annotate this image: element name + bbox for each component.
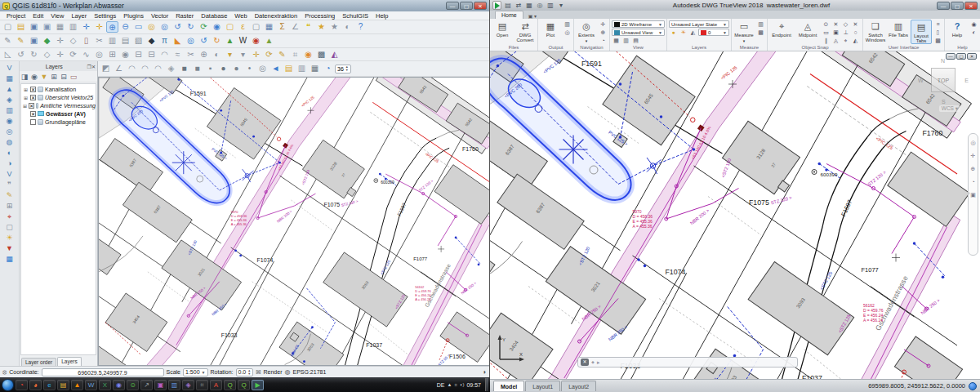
viewport-icon[interactable]: ▦ [612, 37, 621, 44]
internet-explorer[interactable]: e [43, 380, 56, 390]
viewcube-west[interactable]: W [918, 78, 924, 83]
rotate-point-symbols[interactable]: ◐ [211, 49, 223, 60]
layer-checkbox[interactable]: ✕ [30, 87, 36, 92]
layer-item[interactable]: Grundlagepläne [21, 118, 96, 126]
snap-quadrant[interactable]: ◇ [841, 20, 850, 28]
save-layer-edits[interactable]: ▣ [28, 35, 40, 47]
snap-center[interactable]: ⊙ [822, 20, 831, 28]
status-icon[interactable]: ⦻ [2, 368, 7, 376]
crs-value[interactable]: EPSG:21781 [292, 369, 326, 375]
node-tool[interactable]: ◇ [67, 35, 79, 47]
tab-layer-order[interactable]: Layer order [21, 358, 56, 366]
simplify-feature[interactable]: ∿ [80, 49, 92, 60]
buffer-size-spinbox[interactable]: 36▲▼ [335, 65, 351, 74]
snap-intersection[interactable]: ✕ [851, 20, 860, 28]
identify-features[interactable]: ◉ [211, 21, 223, 33]
close-button[interactable]: ✕ [474, 2, 487, 10]
tab-layout1[interactable]: Layout1 [525, 381, 560, 391]
trueview-map-svg[interactable] [490, 51, 980, 379]
terrain-tool[interactable]: ▲ [263, 35, 275, 47]
nav-showmotion[interactable]: ▣ [969, 191, 978, 199]
zoom-next[interactable]: ↻ [185, 21, 197, 33]
menu-schulgis[interactable]: SchulGIS [339, 12, 372, 20]
decorations[interactable]: ◭ [328, 49, 341, 60]
rotation-spinbox[interactable]: 0.0▲▼ [236, 368, 254, 376]
current-edits[interactable]: ✎ [2, 35, 14, 47]
delete-ring[interactable]: ⊟ [132, 49, 145, 60]
quick-measure-icon[interactable]: ▥ [756, 20, 765, 28]
dwg-trueview[interactable]: ▶ [252, 380, 264, 390]
collapse-all[interactable]: ⊟ [59, 72, 69, 82]
add-spatialite-layer[interactable]: ◉ [5, 116, 15, 126]
snap-perpendicular[interactable]: ⊥ [841, 29, 850, 36]
sun-shading[interactable]: ☀ [5, 233, 15, 243]
tab-model[interactable]: Model [493, 381, 524, 391]
dwin-restore[interactable]: ▢ [956, 53, 966, 60]
info-icon[interactable]: ◉ [969, 20, 978, 28]
qgis-instance-2[interactable]: Q [238, 380, 250, 390]
orbit-icon[interactable]: ◔ [599, 37, 608, 44]
trueview-titlebar[interactable]: ▤⇄▦◎▥▾ Autodesk DWG TrueView 2018 wastew… [490, 0, 980, 11]
add-delimited-layer[interactable]: ◈ [5, 95, 15, 105]
ribbon-options-icon[interactable]: ▣ ▾ [525, 13, 540, 19]
menu-help[interactable]: Help [372, 12, 391, 20]
field-calculator[interactable]: Σ [276, 21, 288, 33]
wfs-tool[interactable]: W [237, 35, 249, 47]
lasso-poly[interactable]: ◠ [152, 63, 164, 74]
trace-digitize[interactable]: ◉ [302, 49, 314, 60]
add-vector-layer[interactable]: V [5, 63, 15, 73]
layer-checkbox[interactable]: ✕ [30, 95, 36, 100]
add-wfs-layer[interactable]: V [5, 169, 15, 179]
menu-view[interactable]: View [47, 12, 67, 20]
qat-dwg-convert[interactable]: ⇄ [514, 1, 523, 10]
schulgis-select[interactable]: ◩ [100, 63, 112, 74]
offset-curve[interactable]: ≈ [172, 49, 184, 60]
move-feature[interactable]: ✛ [54, 35, 66, 47]
paste-features[interactable]: ▤ [119, 35, 131, 47]
rollback-edits[interactable]: ◺ [2, 49, 14, 60]
command-close-icon[interactable]: ✕ [581, 359, 589, 366]
volume-icon[interactable]: ◖) [460, 382, 465, 387]
switch-windows-button[interactable]: ❏Switch Windows [865, 20, 886, 42]
viewcube-north[interactable]: N [941, 58, 945, 64]
reshape-features[interactable]: ◠ [158, 49, 171, 60]
comment-tool[interactable]: ❞ [5, 180, 15, 189]
buffer-circle-small[interactable]: • [243, 63, 256, 74]
command-tools-icon[interactable]: ⌖ [591, 359, 595, 366]
show-desktop-button[interactable] [485, 378, 488, 391]
view-name-select[interactable]: Unsaved View▼ [612, 29, 665, 36]
snap-tangent[interactable]: ○ [851, 29, 860, 36]
nav-pan[interactable]: ✛ [969, 152, 978, 160]
diamond-tool[interactable]: ◈ [165, 63, 177, 74]
layer-on-icon[interactable]: ● [669, 29, 678, 36]
area-icon[interactable]: ▩ [756, 29, 765, 36]
dwin-minimize[interactable]: — [946, 53, 956, 60]
new-shapefile[interactable]: ✎ [5, 190, 15, 200]
excel[interactable]: X [99, 380, 111, 390]
layout-manager[interactable]: ▥ [67, 21, 79, 33]
tab-home[interactable]: Home [495, 11, 523, 19]
undo[interactable]: ↺ [198, 35, 210, 47]
photo-viewer[interactable]: ▣ [154, 380, 167, 390]
nav-orbit[interactable]: ◔ [969, 178, 978, 186]
layout-tabs-button[interactable]: ▤Layout Tabs [911, 20, 932, 44]
command-line[interactable]: ✕ ⌖ ▸ [577, 357, 798, 368]
redo-edit[interactable]: ↻ [28, 49, 40, 60]
messenger[interactable]: ◉ [113, 380, 125, 390]
viewcube-east[interactable]: E [964, 78, 969, 83]
nav-zoom[interactable]: ⊕ [969, 165, 978, 173]
show-bookmarks[interactable]: ★ [328, 21, 341, 33]
buffer-circle-medium[interactable]: ● [230, 63, 243, 74]
network-icon[interactable]: ⌗ [454, 382, 457, 388]
buffer-square-small[interactable]: ▪ [204, 63, 216, 74]
ui-stack-icon[interactable]: ▩ [933, 37, 942, 44]
search-red[interactable]: ◉ [250, 35, 262, 47]
rotate-feature[interactable]: ⟳ [67, 49, 79, 60]
vertex-tool[interactable]: ◇ [41, 49, 53, 60]
documents[interactable]: ▥ [168, 380, 180, 390]
add-postgis-layer[interactable]: ▥ [5, 105, 15, 115]
refresh-swirl[interactable]: ◔ [322, 63, 334, 74]
open-project[interactable]: ▤ [15, 21, 27, 33]
lasso-free[interactable]: ◠ [139, 63, 151, 74]
add-raster-layer[interactable]: ▦ [5, 74, 15, 83]
